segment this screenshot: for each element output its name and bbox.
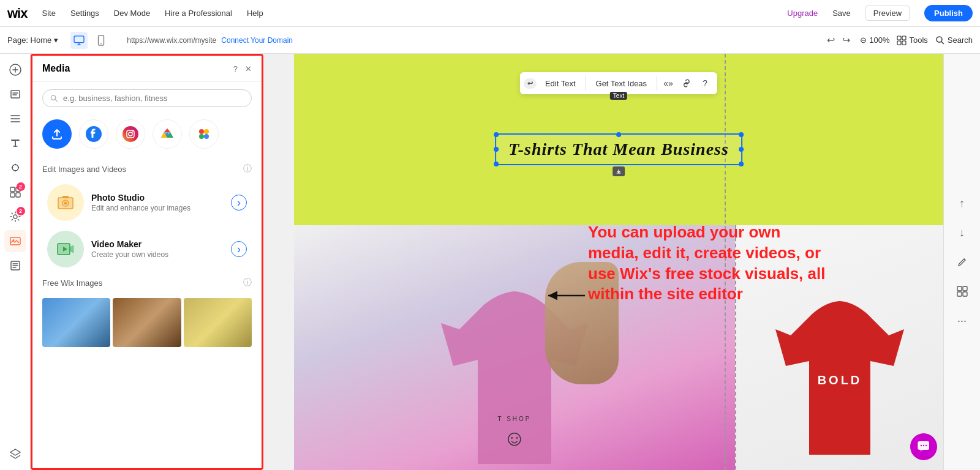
video-maker-icon-circle <box>47 231 84 267</box>
mobile-view-button[interactable] <box>92 32 110 49</box>
svg-point-11 <box>14 164 15 165</box>
svg-point-2 <box>100 43 102 44</box>
svg-rect-37 <box>62 196 69 198</box>
edit-pencil-icon[interactable] <box>952 252 972 272</box>
connect-domain-link[interactable]: Connect Your Domain <box>221 36 293 45</box>
main-layout: 2 2 Media ? ✕ <box>0 54 980 470</box>
left-sidebar: 2 2 <box>0 54 31 470</box>
sidebar-pages-icon[interactable] <box>4 83 26 105</box>
more-options-icon[interactable]: ··· <box>952 311 972 330</box>
edit-section-label: Edit Images and Videos <box>42 165 126 174</box>
photo-studio-name: Photo Studio <box>91 193 224 203</box>
grid-icon[interactable] <box>952 282 972 301</box>
text-badge: Text <box>610 92 627 100</box>
sidebar-text-icon[interactable] <box>4 132 26 154</box>
handle-tr[interactable] <box>739 132 744 137</box>
link-icon[interactable] <box>678 75 695 92</box>
menu-hire[interactable]: Hire a Professional <box>165 9 232 18</box>
preview-button[interactable]: Preview <box>865 6 910 21</box>
text-toolbar: ↩ Edit Text Get Text Ideas «» ? <box>520 72 717 94</box>
video-maker-desc: Create your own videos <box>91 250 224 259</box>
svg-rect-5 <box>897 41 901 45</box>
download-handle[interactable] <box>612 166 625 176</box>
handle-left[interactable] <box>494 147 499 152</box>
panel-header: Media ? ✕ <box>32 56 262 82</box>
zoom-control[interactable]: ⊖ 100% <box>860 35 889 45</box>
svg-point-51 <box>925 445 927 446</box>
menu-help[interactable]: Help <box>247 9 263 18</box>
svg-rect-0 <box>74 35 84 42</box>
sidebar-media-icon[interactable] <box>4 230 26 252</box>
sidebar-layers-icon[interactable] <box>4 443 26 465</box>
redo-button[interactable]: ↪ <box>840 32 853 48</box>
video-maker-name: Video Maker <box>91 239 224 249</box>
page-selector[interactable]: Page: Home ▾ <box>7 35 58 45</box>
photo-studio-arrow[interactable]: › <box>231 195 247 211</box>
google-drive-source-button[interactable] <box>153 119 182 149</box>
photo-studio-item[interactable]: Photo Studio Edit and enhance your image… <box>37 179 257 226</box>
handle-right[interactable] <box>739 147 744 152</box>
double-arrow-icon[interactable]: «» <box>660 75 677 92</box>
stock-image-field[interactable] <box>184 298 252 347</box>
edit-text-button[interactable]: Edit Text <box>538 76 583 91</box>
google-photos-source-button[interactable] <box>189 119 219 149</box>
publish-button[interactable]: Publish <box>924 5 973 21</box>
sidebar-design-icon[interactable] <box>4 157 26 179</box>
svg-rect-9 <box>11 91 20 98</box>
tools-button[interactable]: Tools <box>897 35 927 45</box>
desktop-view-button[interactable] <box>70 32 88 49</box>
svg-point-38 <box>64 202 67 205</box>
svg-rect-6 <box>902 41 906 45</box>
chat-support-button[interactable] <box>910 433 937 460</box>
search-input[interactable] <box>63 94 244 103</box>
facebook-source-button[interactable] <box>79 119 108 149</box>
edit-section-info-icon[interactable]: ⓘ <box>243 163 252 174</box>
svg-point-10 <box>12 165 18 171</box>
handle-tl[interactable] <box>494 132 499 137</box>
menu-site[interactable]: Site <box>42 9 55 18</box>
free-section-info-icon[interactable]: ⓘ <box>243 277 252 288</box>
handle-bl[interactable] <box>494 162 499 166</box>
edit-section-header: Edit Images and Videos ⓘ <box>32 159 262 179</box>
media-panel: Media ? ✕ <box>31 54 263 470</box>
search-button[interactable]: Search <box>935 35 973 45</box>
headline-text: T-shirts That Mean Business <box>508 140 729 159</box>
search-box[interactable] <box>42 89 252 107</box>
svg-point-32 <box>199 134 204 139</box>
svg-rect-44 <box>957 286 962 291</box>
svg-rect-15 <box>10 187 15 192</box>
red-tshirt-area: BOLD <box>735 225 943 470</box>
move-down-icon[interactable]: ↓ <box>952 223 972 242</box>
svg-rect-46 <box>957 292 962 296</box>
svg-point-13 <box>14 170 15 171</box>
selected-text-container[interactable]: T-shirts That Mean Business <box>495 103 742 165</box>
menu-settings[interactable]: Settings <box>70 9 99 18</box>
sidebar-add-icon[interactable] <box>4 59 26 81</box>
handle-top[interactable] <box>616 132 621 137</box>
sidebar-sections-icon[interactable] <box>4 108 26 130</box>
sidebar-apps-icon[interactable]: 2 <box>4 181 26 203</box>
help-circle-icon[interactable]: ? <box>696 75 714 92</box>
stock-image-people[interactable] <box>113 298 181 347</box>
stock-image-landscape[interactable] <box>42 298 110 347</box>
handle-br[interactable] <box>739 162 744 166</box>
get-text-ideas-button[interactable]: Get Text Ideas <box>589 76 655 91</box>
help-icon[interactable]: ? <box>233 64 238 73</box>
sidebar-settings-icon[interactable]: 2 <box>4 206 26 228</box>
svg-point-25 <box>123 126 138 142</box>
close-icon[interactable]: ✕ <box>245 64 252 73</box>
url-bar: https://www.wix.com/mysite Connect Your … <box>127 36 293 45</box>
selected-text-box[interactable]: T-shirts That Mean Business <box>495 133 742 165</box>
upgrade-button[interactable]: Upgrade <box>787 9 818 18</box>
move-up-icon[interactable]: ↑ <box>952 193 972 213</box>
video-maker-arrow[interactable]: › <box>231 241 247 257</box>
sidebar-blog-icon[interactable] <box>4 255 26 277</box>
menu-devmode[interactable]: Dev Mode <box>114 9 150 18</box>
video-maker-item[interactable]: Video Maker Create your own videos › <box>37 226 257 272</box>
upload-button[interactable] <box>42 119 72 149</box>
undo-button[interactable]: ↩ <box>824 32 837 48</box>
instagram-source-button[interactable] <box>116 119 145 149</box>
top-menu-bar: wix Site Settings Dev Mode Hire a Profes… <box>0 0 980 27</box>
svg-point-19 <box>13 215 17 218</box>
save-button[interactable]: Save <box>832 9 851 18</box>
